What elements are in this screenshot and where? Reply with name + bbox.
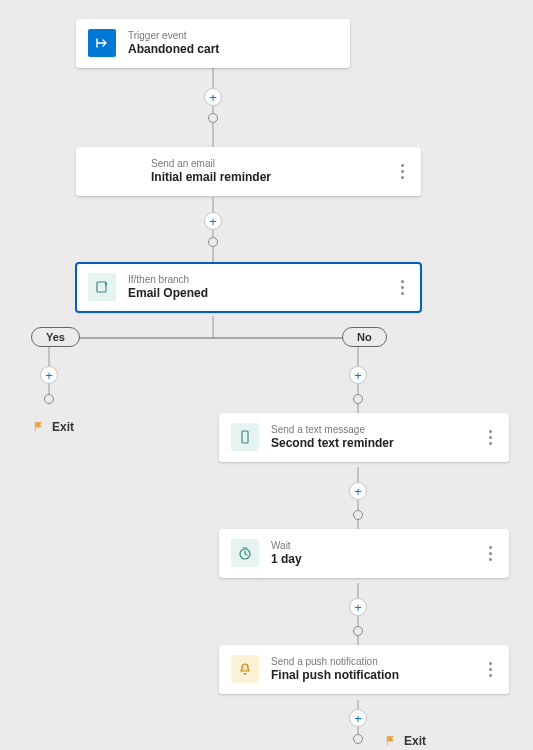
exit-marker-no: Exit — [385, 734, 426, 748]
add-step-button[interactable]: + — [349, 482, 367, 500]
branch-yes-label: Yes — [31, 327, 80, 347]
trigger-node[interactable]: Trigger event Abandoned cart — [76, 19, 350, 68]
more-menu-icon[interactable] — [483, 426, 497, 448]
branch-text: If/then branch Email Opened — [128, 273, 383, 302]
connector-lines — [0, 0, 533, 750]
add-step-button[interactable]: + — [349, 366, 367, 384]
exit-marker-yes: Exit — [33, 420, 74, 434]
connector-end-circle — [208, 113, 218, 123]
bell-icon — [231, 655, 259, 683]
trigger-title: Abandoned cart — [128, 42, 338, 58]
branch-type-label: If/then branch — [128, 273, 383, 286]
add-step-button[interactable]: + — [204, 212, 222, 230]
trigger-text: Trigger event Abandoned cart — [128, 29, 338, 58]
branch-icon — [88, 273, 116, 301]
wait-node[interactable]: Wait 1 day — [219, 529, 509, 578]
more-menu-icon[interactable] — [483, 658, 497, 680]
more-menu-icon[interactable] — [483, 542, 497, 564]
branch-node[interactable]: If/then branch Email Opened — [76, 263, 421, 312]
trigger-type-label: Trigger event — [128, 29, 338, 42]
svg-rect-9 — [97, 282, 106, 292]
email-node[interactable]: Send an email Initial email reminder — [76, 147, 421, 196]
connector-end-circle — [353, 394, 363, 404]
branch-title: Email Opened — [128, 286, 383, 302]
email-title: Initial email reminder — [151, 170, 383, 186]
connector-end-circle — [353, 510, 363, 520]
email-type-label: Send an email — [151, 157, 383, 170]
clock-icon — [231, 539, 259, 567]
wait-text: Wait 1 day — [271, 539, 471, 568]
phone-icon — [231, 423, 259, 451]
push-title: Final push notification — [271, 668, 471, 684]
sms-text: Send a text message Second text reminder — [271, 423, 471, 452]
add-step-button[interactable]: + — [349, 709, 367, 727]
exit-label: Exit — [404, 734, 426, 748]
add-step-button[interactable]: + — [40, 366, 58, 384]
more-menu-icon[interactable] — [395, 160, 409, 182]
exit-label: Exit — [52, 420, 74, 434]
wait-title: 1 day — [271, 552, 471, 568]
arrow-start-icon — [88, 29, 116, 57]
sms-title: Second text reminder — [271, 436, 471, 452]
push-text: Send a push notification Final push noti… — [271, 655, 471, 684]
add-step-button[interactable]: + — [204, 88, 222, 106]
flag-icon — [33, 421, 45, 433]
push-node[interactable]: Send a push notification Final push noti… — [219, 645, 509, 694]
more-menu-icon[interactable] — [395, 276, 409, 298]
connector-end-circle — [44, 394, 54, 404]
wait-type-label: Wait — [271, 539, 471, 552]
flag-icon — [385, 735, 397, 747]
connector-end-circle — [353, 734, 363, 744]
svg-rect-10 — [242, 431, 248, 443]
connector-end-circle — [208, 237, 218, 247]
connector-end-circle — [353, 626, 363, 636]
sms-node[interactable]: Send a text message Second text reminder — [219, 413, 509, 462]
add-step-button[interactable]: + — [349, 598, 367, 616]
email-text: Send an email Initial email reminder — [151, 157, 383, 186]
push-type-label: Send a push notification — [271, 655, 471, 668]
branch-no-label: No — [342, 327, 387, 347]
sms-type-label: Send a text message — [271, 423, 471, 436]
